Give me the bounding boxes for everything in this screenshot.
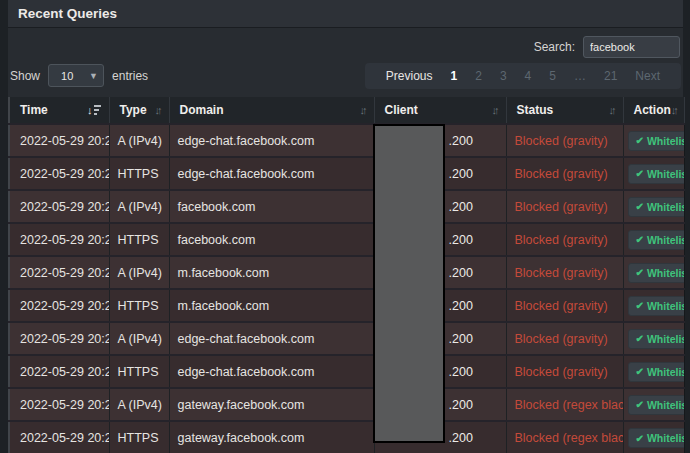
page-item-…[interactable]: … [565,69,595,83]
whitelist-button-label: Whitelist [647,366,684,378]
page-item-21[interactable]: 21 [595,69,626,83]
sort-icon: ↓↑ [671,104,679,116]
whitelist-button-label: Whitelist [647,135,684,147]
column-header-domain[interactable]: Domain ↓↑ [169,97,374,124]
whitelist-button[interactable]: ✔ Whitelist [628,164,685,184]
query-time: 2022-05-29 20:20:32 [9,124,109,157]
page-item-1[interactable]: 1 [442,69,467,83]
whitelist-button-label: Whitelist [647,432,684,444]
check-icon: ✔ [636,433,644,444]
whitelist-button-label: Whitelist [647,333,684,345]
column-label: Domain [180,103,224,117]
show-label: Show [10,69,40,83]
whitelist-button[interactable]: ✔ Whitelist [628,197,685,217]
page-item-5[interactable]: 5 [540,69,565,83]
column-header-action[interactable]: Action ↓↑ [623,97,684,124]
page-item-2[interactable]: 2 [466,69,491,83]
query-action-cell: ✔ Whitelist [623,355,684,388]
whitelist-button[interactable]: ✔ Whitelist [628,329,685,349]
sort-icon: ↓↑ [155,104,163,116]
check-icon: ✔ [636,399,644,410]
check-icon: ✔ [636,300,644,311]
query-status: Blocked (gravity) [506,190,623,223]
table-row: 2022-05-29 20:20:30 HTTPS facebook.com .… [9,223,684,256]
page-item-next[interactable]: Next [626,69,669,83]
column-header-client[interactable]: Client ↓↑ [374,97,506,124]
sort-icon: ↓↑ [609,104,617,116]
query-time: 2022-05-29 20:20:30 [9,355,109,388]
query-type: HTTPS [109,157,169,190]
page-item-4[interactable]: 4 [516,69,541,83]
query-status: Blocked (gravity) [506,322,623,355]
check-icon: ✔ [636,333,644,344]
column-label: Status [517,103,554,117]
query-time: 2022-05-29 20:20:30 [9,190,109,223]
query-type: HTTPS [109,421,169,453]
table-header-row: Time ↓ Type ↓↑ Domain ↓↑ [9,97,684,124]
whitelist-button[interactable]: ✔ Whitelist [628,296,685,316]
query-domain: edge-chat.facebook.com [169,355,374,388]
query-action-cell: ✔ Whitelist [623,289,684,322]
check-icon: ✔ [636,201,644,212]
card-header: Recent Queries [8,0,683,28]
table-row: 2022-05-29 20:20:30 HTTPS edge-chat.face… [9,355,684,388]
query-domain: edge-chat.facebook.com [169,124,374,157]
query-domain: facebook.com [169,190,374,223]
column-label: Type [120,103,147,117]
table-row: 2022-05-29 20:20:30 A (IPv4) edge-chat.f… [9,322,684,355]
query-type: HTTPS [109,355,169,388]
page-title: Recent Queries [18,6,117,21]
table-row: 2022-05-29 20:20:30 A (IPv4) m.facebook.… [9,256,684,289]
sort-icon: ↓↑ [492,104,500,116]
query-status: Blocked (regex blacklist) [506,421,623,453]
whitelist-button-label: Whitelist [647,168,684,180]
search-row: Search: [8,36,683,58]
query-type: HTTPS [109,223,169,256]
query-status: Blocked (gravity) [506,256,623,289]
query-type: A (IPv4) [109,322,169,355]
entries-select-value: 10 [61,70,73,82]
query-action-cell: ✔ Whitelist [623,421,684,453]
query-action-cell: ✔ Whitelist [623,388,684,421]
query-type: A (IPv4) [109,190,169,223]
query-action-cell: ✔ Whitelist [623,322,684,355]
query-action-cell: ✔ Whitelist [623,223,684,256]
client-redaction-box [373,124,445,443]
entries-select[interactable]: 10 ▼ [48,64,104,87]
page-item-3[interactable]: 3 [491,69,516,83]
query-time: 2022-05-29 20:20:30 [9,256,109,289]
column-header-type[interactable]: Type ↓↑ [109,97,169,124]
entries-length-control: Show 10 ▼ entries [8,64,148,87]
query-domain: gateway.facebook.com [169,388,374,421]
query-status: Blocked (regex blacklist) [506,388,623,421]
query-time: 2022-05-29 20:20:32 [9,157,109,190]
whitelist-button[interactable]: ✔ Whitelist [628,131,685,151]
query-status: Blocked (gravity) [506,124,623,157]
whitelist-button-label: Whitelist [647,399,684,411]
sort-desc-icon: ↓ [87,104,103,116]
column-label: Client [385,103,418,117]
whitelist-button-label: Whitelist [647,201,684,213]
column-header-status[interactable]: Status ↓↑ [506,97,623,124]
column-header-time[interactable]: Time ↓ [9,97,109,124]
whitelist-button-label: Whitelist [647,234,684,246]
search-input[interactable] [583,36,680,58]
query-status: Blocked (gravity) [506,289,623,322]
whitelist-button[interactable]: ✔ Whitelist [628,263,685,283]
query-type: A (IPv4) [109,124,169,157]
whitelist-button[interactable]: ✔ Whitelist [628,362,685,382]
page-item-previous[interactable]: Previous [377,69,442,83]
query-status: Blocked (gravity) [506,223,623,256]
column-label: Action [634,103,671,117]
check-icon: ✔ [636,366,644,377]
whitelist-button[interactable]: ✔ Whitelist [628,395,685,415]
check-icon: ✔ [636,168,644,179]
table-row: 2022-05-29 20:20:30 A (IPv4) gateway.fac… [9,388,684,421]
query-type: A (IPv4) [109,388,169,421]
table-row: 2022-05-29 20:20:32 HTTPS edge-chat.face… [9,157,684,190]
query-time: 2022-05-29 20:20:30 [9,223,109,256]
table-row: 2022-05-29 20:20:32 A (IPv4) edge-chat.f… [9,124,684,157]
table-row: 2022-05-29 20:20:30 HTTPS m.facebook.com… [9,289,684,322]
whitelist-button[interactable]: ✔ Whitelist [628,230,685,250]
whitelist-button[interactable]: ✔ Whitelist [628,428,685,448]
